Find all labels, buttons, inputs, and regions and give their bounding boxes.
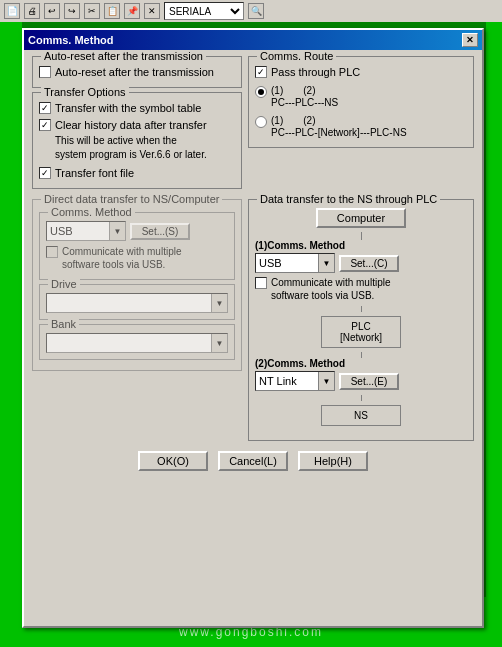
comms-method-dialog: Comms. Method ✕ Auto-reset after the tra… bbox=[22, 28, 484, 628]
plc-box-text: PLC[Network] bbox=[340, 321, 382, 343]
toolbar-icon-paste[interactable]: 📌 bbox=[124, 3, 140, 19]
direct-usb-combo[interactable]: USB ▼ bbox=[46, 221, 126, 241]
route2-container: (1) (2) PC---PLC-[Network]---PLC-NS bbox=[255, 115, 467, 139]
transfer-font-row: Transfer font file bbox=[39, 166, 235, 180]
dialog-title: Comms. Method bbox=[28, 34, 114, 46]
route1-radio-row: (1) (2) PC---PLC---NS bbox=[255, 85, 467, 109]
route2-text: (1) (2) PC---PLC-[Network]---PLC-NS bbox=[271, 115, 407, 139]
plc-transfer-section: Data transfer to the NS through PLC Comp… bbox=[248, 199, 474, 441]
drive-label: Drive bbox=[48, 278, 80, 290]
transfer-font-label: Transfer font file bbox=[55, 166, 134, 180]
toolbar-icon-redo[interactable]: ↪ bbox=[64, 3, 80, 19]
route1-col2: (2) bbox=[303, 85, 315, 96]
comms2-section: (2)Comms. Method NT Link ▼ Set...(E) bbox=[255, 358, 467, 391]
auto-reset-checkbox[interactable] bbox=[39, 66, 51, 78]
clear-history-label: Clear history data after transfer bbox=[55, 118, 207, 132]
bank-dropdown-btn: ▼ bbox=[211, 334, 227, 352]
comms-route-label: Comms. Route bbox=[257, 50, 336, 62]
comms2-set-button[interactable]: Set...(E) bbox=[339, 373, 399, 390]
left-column: Auto-reset after the transmission Auto-r… bbox=[32, 56, 242, 193]
transfer-symbol-checkbox[interactable] bbox=[39, 102, 51, 114]
comms2-ntlink-dropdown-btn[interactable]: ▼ bbox=[318, 372, 334, 390]
clear-history-checkbox[interactable] bbox=[39, 119, 51, 131]
toolbar-icon-copy[interactable]: 📋 bbox=[104, 3, 120, 19]
connector-2 bbox=[361, 306, 362, 312]
comms-route-group: Comms. Route Pass through PLC (1) (2) bbox=[248, 56, 474, 148]
title-bar-buttons: ✕ bbox=[462, 33, 478, 47]
auto-reset-checkbox-label: Auto-reset after the transmission bbox=[55, 65, 214, 79]
plc-network-box: PLC[Network] bbox=[321, 316, 401, 348]
drive-combo: ▼ bbox=[46, 293, 228, 313]
computer-btn-container: Computer bbox=[255, 208, 467, 228]
pass-through-label: Pass through PLC bbox=[271, 65, 360, 79]
comms1-usb-value: USB bbox=[256, 257, 318, 269]
dialog-title-bar: Comms. Method ✕ bbox=[24, 30, 482, 50]
cancel-button[interactable]: Cancel(L) bbox=[218, 451, 288, 471]
dialog-close-button[interactable]: ✕ bbox=[462, 33, 478, 47]
ns-box-text: NS bbox=[354, 410, 368, 421]
bank-label: Bank bbox=[48, 318, 79, 330]
top-section: Auto-reset after the transmission Auto-r… bbox=[32, 56, 474, 193]
route2-col2: (2) bbox=[303, 115, 315, 126]
right-bg-strip bbox=[486, 22, 502, 647]
left-bg-strip bbox=[0, 22, 22, 647]
toolbar-icon-undo[interactable]: ↩ bbox=[44, 3, 60, 19]
transfer-font-checkbox[interactable] bbox=[39, 167, 51, 179]
comms1-usb-dropdown-btn[interactable]: ▼ bbox=[318, 254, 334, 272]
toolbar-icon-2: 🖨 bbox=[24, 3, 40, 19]
direct-usb-dropdown-btn[interactable]: ▼ bbox=[109, 222, 125, 240]
direct-comms-method-label: Comms. Method bbox=[48, 206, 135, 218]
auto-reset-label: Auto-reset after the transmission bbox=[41, 50, 206, 62]
comms1-label: (1)Comms. Method bbox=[255, 240, 467, 251]
route1-radio[interactable] bbox=[255, 86, 267, 98]
route2-radio[interactable] bbox=[255, 116, 267, 128]
comms2-ntlink-combo[interactable]: NT Link ▼ bbox=[255, 371, 335, 391]
comms2-method-row: NT Link ▼ Set...(E) bbox=[255, 371, 467, 391]
direct-multiple-tools-label: Communicate with multiplesoftware tools … bbox=[62, 245, 182, 271]
transfer-options-label: Transfer Options bbox=[41, 86, 129, 98]
toolbar-icon-cut[interactable]: ✂ bbox=[84, 3, 100, 19]
direct-comms-method-group: Comms. Method USB ▼ Set...(S) Communicat… bbox=[39, 212, 235, 280]
drive-group: Drive ▼ bbox=[39, 284, 235, 320]
direct-multiple-tools-checkbox bbox=[46, 246, 58, 258]
comms1-usb-combo[interactable]: USB ▼ bbox=[255, 253, 335, 273]
direct-transfer-group: Direct data transfer to NS/Computer Comm… bbox=[32, 199, 242, 371]
version-note: This will be active when thesystem progr… bbox=[39, 134, 235, 162]
route2-path: PC---PLC-[Network]---PLC-NS bbox=[271, 127, 407, 138]
direct-set-button[interactable]: Set...(S) bbox=[130, 223, 190, 240]
bank-combo: ▼ bbox=[46, 333, 228, 353]
route1-path: PC---PLC---NS bbox=[271, 97, 338, 108]
direct-usb-value: USB bbox=[47, 225, 109, 237]
plc-box-container: PLC[Network] bbox=[255, 316, 467, 348]
right-column: Comms. Route Pass through PLC (1) (2) bbox=[248, 56, 474, 193]
direct-transfer-section: Direct data transfer to NS/Computer Comm… bbox=[32, 199, 242, 441]
connector-1 bbox=[361, 232, 362, 240]
comms1-method-row: USB ▼ Set...(C) bbox=[255, 253, 467, 273]
drive-dropdown-btn: ▼ bbox=[211, 294, 227, 312]
dialog-body: Auto-reset after the transmission Auto-r… bbox=[24, 50, 482, 477]
route1-text: (1) (2) PC---PLC---NS bbox=[271, 85, 338, 109]
comms1-multiple-row: Communicate with multiplesoftware tools … bbox=[255, 276, 467, 302]
plc-transfer-group: Data transfer to the NS through PLC Comp… bbox=[248, 199, 474, 441]
serial-combo[interactable]: SERIALA bbox=[164, 2, 244, 20]
help-button[interactable]: Help(H) bbox=[298, 451, 368, 471]
connector-4 bbox=[361, 395, 362, 401]
comms1-multiple-checkbox[interactable] bbox=[255, 277, 267, 289]
direct-multiple-tools-row: Communicate with multiplesoftware tools … bbox=[46, 245, 228, 271]
transfer-options-group: Transfer Options Transfer with the symbo… bbox=[32, 92, 242, 189]
ok-button[interactable]: OK(O) bbox=[138, 451, 208, 471]
comms2-ntlink-value: NT Link bbox=[256, 375, 318, 387]
route1-container: (1) (2) PC---PLC---NS bbox=[255, 85, 467, 109]
auto-reset-checkbox-row: Auto-reset after the transmission bbox=[39, 65, 235, 79]
bank-group: Bank ▼ bbox=[39, 324, 235, 360]
toolbar-icon-delete[interactable]: ✕ bbox=[144, 3, 160, 19]
comms1-section: (1)Comms. Method USB ▼ Set...(C) Communi… bbox=[255, 240, 467, 302]
pass-through-row: Pass through PLC bbox=[255, 65, 467, 79]
dialog-bottom-buttons: OK(O) Cancel(L) Help(H) bbox=[32, 451, 474, 471]
direct-method-row: USB ▼ Set...(S) bbox=[46, 221, 228, 241]
comms2-label: (2)Comms. Method bbox=[255, 358, 467, 369]
pass-through-checkbox[interactable] bbox=[255, 66, 267, 78]
toolbar-icon-search[interactable]: 🔍 bbox=[248, 3, 264, 19]
computer-button[interactable]: Computer bbox=[316, 208, 406, 228]
comms1-set-button[interactable]: Set...(C) bbox=[339, 255, 399, 272]
